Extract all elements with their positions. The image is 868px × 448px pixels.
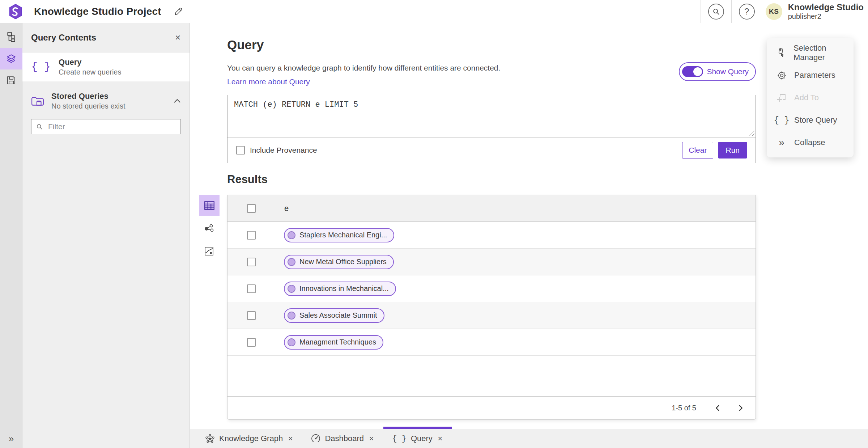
include-provenance-checkbox[interactable] <box>236 146 245 155</box>
main-content: Query You can query a knowledge graph to… <box>190 23 868 429</box>
edit-title-button[interactable] <box>174 7 183 16</box>
header-divider <box>701 0 701 23</box>
entity-label: Sales Associate Summit <box>299 311 377 320</box>
rail-item-save[interactable] <box>0 69 22 91</box>
row-checkbox[interactable] <box>247 231 256 240</box>
tab-label: Knowledge Graph <box>219 434 283 443</box>
menu-item-store-query[interactable]: { } Store Query <box>767 109 854 131</box>
results-table: e Staplers Mechanical Engi... New Metal … <box>227 195 756 420</box>
next-page-button[interactable] <box>736 402 745 414</box>
pagination-bar: 1-5 of 5 <box>227 396 756 419</box>
panel-item-query[interactable]: { } Query Create new queries <box>22 52 190 81</box>
entity-dot-icon <box>288 258 295 266</box>
pagination-label: 1-5 of 5 <box>672 404 696 412</box>
chevron-right-icon <box>739 405 743 411</box>
table-row: Staplers Mechanical Engi... <box>227 222 756 249</box>
row-checkbox[interactable] <box>247 338 256 347</box>
question-icon: ? <box>744 7 749 17</box>
toggle-label: Show Query <box>707 67 749 76</box>
view-map-button[interactable] <box>202 244 216 258</box>
clear-button[interactable]: Clear <box>682 142 713 159</box>
menu-item-label: Parameters <box>794 71 835 80</box>
layers-icon <box>6 53 17 64</box>
show-query-toggle[interactable]: Show Query <box>679 62 756 81</box>
stored-queries-subtitle: No stored queries exist <box>51 102 125 110</box>
save-icon <box>6 75 16 85</box>
row-checkbox[interactable] <box>247 258 256 266</box>
row-checkbox[interactable] <box>247 284 256 293</box>
entity-chip[interactable]: Managment Techniques <box>284 335 383 350</box>
query-editor-card: MATCH (e) RETURN e LIMIT 5 Include Prove… <box>227 95 756 163</box>
help-button[interactable]: ? <box>739 4 755 20</box>
rail-item-query[interactable] <box>0 48 22 69</box>
panel-item-subtitle: Create new queries <box>59 68 121 76</box>
stored-queries-title: Stored Queries <box>51 92 125 101</box>
menu-item-label: Selection Manager <box>793 43 844 62</box>
tab-query[interactable]: { } Query ✕ <box>383 429 452 448</box>
table-row: Managment Techniques <box>227 329 756 356</box>
chevron-up-icon <box>174 99 181 103</box>
search-icon <box>712 8 720 16</box>
entity-label: New Metal Office Suppliers <box>299 258 387 266</box>
query-contents-panel: Query Contents ✕ { } Query Create new qu… <box>22 23 190 448</box>
menu-item-collapse[interactable]: » Collapse <box>767 131 854 154</box>
view-graph-button[interactable] <box>202 221 216 236</box>
account-username: publisher2 <box>788 12 864 20</box>
entity-dot-icon <box>288 231 295 239</box>
tab-close-button[interactable]: ✕ <box>437 434 443 443</box>
toggle-switch-on <box>682 66 703 77</box>
previous-page-button[interactable] <box>713 402 722 414</box>
table-header-row: e <box>227 195 756 222</box>
learn-more-link[interactable]: Learn more about Query <box>227 77 310 86</box>
menu-item-label: Collapse <box>794 138 825 147</box>
tab-close-button[interactable]: ✕ <box>368 434 375 443</box>
gear-icon <box>777 71 787 80</box>
collapse-icon: » <box>779 138 784 148</box>
rail-expand-button[interactable]: » <box>0 433 22 444</box>
entity-chip[interactable]: New Metal Office Suppliers <box>284 255 394 269</box>
rail-item-knowledge-graph[interactable] <box>0 26 22 48</box>
panel-close-button[interactable]: ✕ <box>175 33 181 42</box>
column-header-e: e <box>275 195 289 221</box>
run-button[interactable]: Run <box>718 142 747 159</box>
add-to-icon <box>776 93 787 103</box>
table-icon <box>204 200 215 211</box>
entity-dot-icon <box>288 338 295 346</box>
entity-chip[interactable]: Sales Associate Summit <box>284 308 384 323</box>
tab-knowledge-graph[interactable]: Knowledge Graph ✕ <box>196 429 302 448</box>
entity-label: Managment Techniques <box>299 338 376 346</box>
menu-item-label: Store Query <box>794 115 837 125</box>
left-rail: » <box>0 23 22 448</box>
avatar[interactable]: KS <box>766 3 782 20</box>
query-input[interactable]: MATCH (e) RETURN e LIMIT 5 <box>227 95 756 137</box>
panel-title: Query Contents <box>31 33 175 43</box>
account-name: Knowledge Studio <box>788 3 864 12</box>
table-row: Innovations in Mechanical... <box>227 275 756 302</box>
folder-icon <box>31 95 44 107</box>
account-info: Knowledge Studio publisher2 <box>788 3 864 20</box>
menu-item-selection-manager[interactable]: Selection Manager <box>767 42 854 64</box>
results-heading: Results <box>227 173 268 186</box>
gauge-icon <box>311 434 320 443</box>
braces-icon: { } <box>392 434 407 443</box>
menu-item-parameters[interactable]: Parameters <box>767 64 854 86</box>
hierarchy-icon <box>6 31 17 42</box>
braces-icon: { } <box>774 115 789 125</box>
query-tools-menu: Selection Manager Parameters Add To { } … <box>767 38 854 157</box>
entity-chip[interactable]: Innovations in Mechanical... <box>284 282 396 296</box>
select-all-checkbox[interactable] <box>247 204 256 213</box>
search-button[interactable] <box>708 4 724 20</box>
view-table-button[interactable] <box>199 195 220 216</box>
stored-queries-header[interactable]: Stored Queries No stored queries exist <box>31 92 181 110</box>
entity-label: Staplers Mechanical Engi... <box>299 231 387 239</box>
row-checkbox[interactable] <box>247 311 256 320</box>
tab-close-button[interactable]: ✕ <box>287 434 294 443</box>
tab-dashboard[interactable]: Dashboard ✕ <box>302 429 383 448</box>
header-divider <box>731 0 732 23</box>
table-row: New Metal Office Suppliers <box>227 249 756 275</box>
project-title: Knowledge Studio Project <box>34 6 161 17</box>
collapse-section-button[interactable] <box>174 99 181 103</box>
filter-input[interactable] <box>31 119 181 134</box>
panel-item-title: Query <box>59 58 121 67</box>
entity-chip[interactable]: Staplers Mechanical Engi... <box>284 228 394 242</box>
